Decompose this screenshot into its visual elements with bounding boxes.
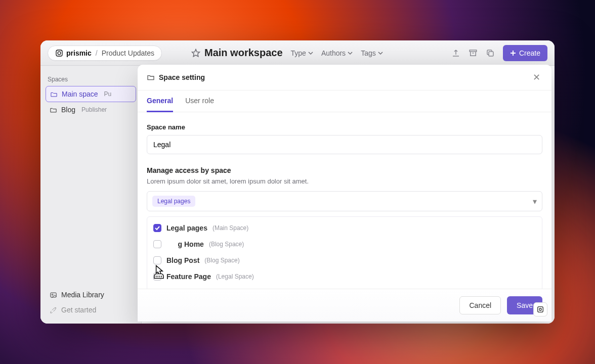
sidebar: Spaces Main space Pu Blog Publisher Medi… [40,66,142,324]
filter-authors[interactable]: Authors [321,49,353,57]
option-blog-post[interactable]: Blog Post (Blog Space) [147,252,542,268]
sidebar-item-main-space[interactable]: Main space Pu [46,86,136,102]
rocket-icon [50,306,57,314]
star-icon[interactable] [191,49,200,58]
breadcrumb[interactable]: prismic / Product Updates [48,46,162,61]
tab-general[interactable]: General [147,90,173,112]
svg-rect-0 [56,50,62,56]
plus-icon [510,50,516,56]
chevron-down-icon [378,51,383,56]
upload-icon[interactable] [450,48,461,59]
svg-point-6 [52,294,53,295]
svg-rect-7 [538,307,543,312]
prismic-icon [536,305,544,313]
folder-icon [50,90,58,98]
close-icon[interactable]: ✕ [530,72,542,83]
topbar: prismic / Product Updates Main workspace… [40,40,555,66]
sidebar-heading: Spaces [48,76,134,83]
cancel-button[interactable]: Cancel [459,296,501,314]
checkbox-icon[interactable] [153,256,161,264]
chevron-down-icon: ▾ [533,197,537,206]
chevron-down-icon [308,51,313,56]
space-name-label: Space name [147,123,542,131]
filter-type[interactable]: Type [291,49,313,57]
modal-tabs: General User role [138,90,551,112]
sidebar-item-blog[interactable]: Blog Publisher [46,102,136,117]
sidebar-item-media-library[interactable]: Media Library [46,287,136,302]
create-button[interactable]: Create [503,45,547,61]
svg-rect-4 [489,52,493,56]
breadcrumb-item: Product Updates [102,49,154,57]
option-blog-home[interactable]: Blog Home (Blog Space) [147,236,542,252]
manage-access-title: Manage access by space [147,166,542,174]
svg-marker-2 [192,49,200,56]
space-name-input[interactable] [147,135,542,154]
checkbox-icon[interactable] [153,272,161,281]
image-icon [50,291,57,299]
folder-icon [50,106,57,114]
svg-rect-3 [470,50,477,52]
copy-icon[interactable] [485,48,496,59]
space-setting-modal: Space setting ✕ General User role Space … [138,65,551,322]
svg-rect-8 [539,308,541,310]
checkbox-icon[interactable] [153,240,161,248]
option-legal-pages[interactable]: Legal pages (Main Space) [147,220,542,236]
access-select[interactable]: Legal pages ▾ [147,191,542,211]
app-window: prismic / Product Updates Main workspace… [40,40,555,324]
modal-title: Space setting [159,73,205,81]
access-option-list: Legal pages (Main Space) Blog Home (Blog… [147,216,542,289]
filter-tags[interactable]: Tags [361,49,383,57]
prismic-logo-icon [55,49,63,57]
tab-user-role[interactable]: User role [185,90,214,112]
checkbox-icon[interactable] [153,224,161,232]
manage-access-desc: Lorem ipsum dolor sit amet, lorem ipsum … [147,177,542,185]
option-feature-page[interactable]: Feature Page (Legal Space) [147,268,542,285]
sidebar-item-get-started[interactable]: Get started [46,302,136,317]
option-landing[interactable]: Landing (Main Space) [147,285,542,289]
page-title: Main workspace [204,47,283,59]
help-badge[interactable] [533,302,547,316]
svg-rect-1 [58,52,60,54]
folder-settings-icon [147,73,155,81]
brand-name: prismic [66,49,92,57]
selected-chip: Legal pages [152,196,195,207]
chevron-down-icon [348,51,353,56]
archive-icon[interactable] [468,48,479,59]
